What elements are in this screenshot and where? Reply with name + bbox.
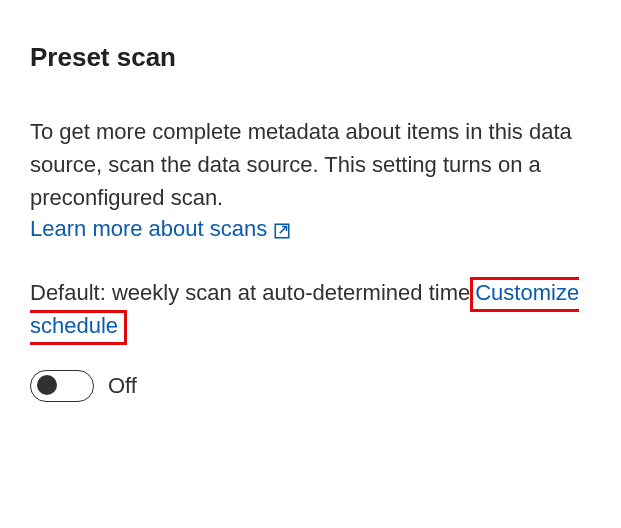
toggle-row: Off	[30, 370, 591, 402]
toggle-knob	[37, 375, 57, 395]
learn-more-link[interactable]: Learn more about scans	[30, 216, 291, 242]
learn-more-label: Learn more about scans	[30, 216, 267, 242]
svg-line-1	[280, 227, 287, 234]
default-schedule-prefix: Default: weekly scan at auto-determined …	[30, 280, 470, 305]
default-schedule-text: Default: weekly scan at auto-determined …	[30, 276, 591, 342]
toggle-state-label: Off	[108, 373, 137, 399]
preset-scan-description: To get more complete metadata about item…	[30, 115, 591, 214]
external-link-icon	[273, 220, 291, 238]
preset-scan-heading: Preset scan	[30, 42, 591, 73]
preset-scan-toggle[interactable]	[30, 370, 94, 402]
